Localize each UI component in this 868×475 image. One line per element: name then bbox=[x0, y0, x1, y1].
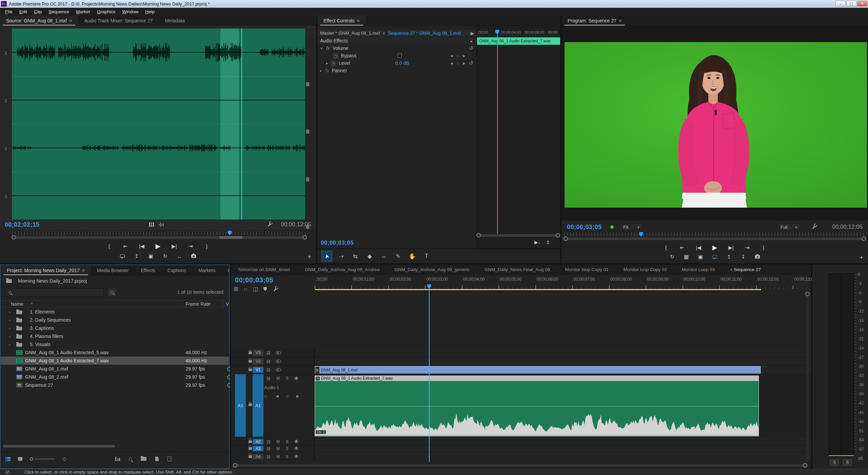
ripple-edit-tool[interactable]: ⇆ bbox=[350, 251, 361, 262]
ec-row-panner[interactable]: ▸ fx Panner bbox=[317, 67, 476, 74]
chevron-down-icon[interactable]: ∨ bbox=[382, 31, 385, 35]
reset-effect-icon[interactable]: ↺ bbox=[469, 60, 473, 66]
trim-button[interactable]: ↔ bbox=[176, 253, 182, 259]
disclosure-icon[interactable]: › bbox=[9, 326, 10, 331]
extract-button[interactable]: ↧ bbox=[740, 254, 746, 260]
project-item-gnm-aug-08-1-mxf[interactable]: GNM_Aug 08_1.mxf29.97 fps bbox=[1, 365, 229, 373]
ec-row-level[interactable]: ▸ ◷ Level 0.0 dB ◀ ◇ ▶ ↺ bbox=[317, 60, 476, 67]
panel-menu-icon[interactable]: ≡ bbox=[82, 268, 85, 273]
mute-button[interactable]: M bbox=[276, 454, 280, 459]
slip-tool[interactable]: ↔ bbox=[378, 251, 389, 262]
panel-menu-icon[interactable]: ≡ bbox=[619, 18, 622, 23]
automate-to-sequence-icon[interactable]: ◇ bbox=[62, 456, 66, 462]
razor-tool[interactable]: ◆ bbox=[364, 251, 375, 262]
sequence-tab-gnm-daily-inshow-aug-09-generic[interactable]: GNM_Daily_Inshow_Aug 09_generic bbox=[394, 267, 469, 272]
mute-button[interactable]: M bbox=[276, 376, 280, 381]
timeline-vertical-scrollbar[interactable] bbox=[806, 292, 809, 461]
sync-lock-icon[interactable]: ⊟ bbox=[267, 446, 271, 451]
track-select-forward-tool[interactable]: ⇢ bbox=[336, 251, 347, 262]
sequence-tab-tomorrow-on-gnm-timed[interactable]: Tomorrow on GNM_timed bbox=[238, 267, 290, 272]
menu-window[interactable]: Window bbox=[119, 8, 141, 15]
sync-lock-icon[interactable]: ⊟ bbox=[267, 350, 271, 356]
sequence-tab-monitor-loop-copy-02[interactable]: Monitor loop Copy 02 bbox=[624, 267, 667, 272]
hand-tool[interactable]: ✋ bbox=[407, 251, 418, 262]
sync-lock-icon[interactable]: ⊟ bbox=[267, 376, 271, 381]
keyframe-nav-icons[interactable]: ◀ ◇ ▶ bbox=[450, 61, 467, 65]
solo-right-button[interactable]: S bbox=[843, 459, 852, 466]
track-target-a1[interactable]: A1 bbox=[253, 374, 263, 437]
track-target-v2[interactable]: V2 bbox=[253, 358, 263, 364]
solo-button[interactable]: S bbox=[286, 446, 289, 451]
ec-sequence-clip-label[interactable]: Sequence 27 * GNM_Aug 08_1.mxf bbox=[388, 31, 461, 36]
project-item-3-captions[interactable]: ›3. Captions bbox=[1, 324, 229, 332]
step-back-button[interactable]: |◀ bbox=[695, 245, 702, 251]
project-column-header[interactable]: Name ∧ Frame Rate V bbox=[1, 300, 229, 307]
lock-icon[interactable] bbox=[249, 447, 252, 450]
menu-sequence[interactable]: Sequence bbox=[45, 8, 72, 15]
lock-icon[interactable] bbox=[249, 455, 252, 458]
disclosure-open-icon[interactable]: ∨ bbox=[317, 46, 323, 51]
keyframe-controls[interactable]: ◇˯◀◇▶ bbox=[264, 394, 299, 398]
tab-captions[interactable]: Captions bbox=[161, 265, 192, 276]
ec-playhead[interactable] bbox=[497, 30, 498, 233]
track-target-v3[interactable]: V3 bbox=[253, 350, 263, 356]
track-header-v2[interactable]: V2 ⊟ bbox=[231, 357, 315, 366]
sync-lock-icon[interactable]: ⊟ bbox=[267, 359, 271, 364]
timeline-settings-wrench-icon[interactable] bbox=[272, 286, 278, 292]
solo-button[interactable]: S bbox=[286, 439, 289, 444]
disclosure-icon[interactable]: › bbox=[9, 334, 10, 339]
ec-mini-timeline[interactable] bbox=[476, 26, 560, 248]
menu-marker[interactable]: Marker bbox=[73, 8, 93, 15]
play-around-button[interactable]: ↻ bbox=[162, 253, 168, 259]
toggle-animation-icon[interactable]: ◷ bbox=[331, 61, 336, 66]
timeline-current-timecode[interactable]: 00;00;03;05 bbox=[235, 276, 273, 284]
lock-icon[interactable] bbox=[249, 352, 252, 354]
disclosure-icon[interactable]: › bbox=[9, 342, 10, 347]
tab-audio-track-mixer-sequence-27[interactable]: Audio Track Mixer: Sequence 27 bbox=[78, 16, 159, 26]
export-frame-button[interactable] bbox=[754, 255, 761, 259]
project-breadcrumb[interactable]: Morning News Daily_2017.prproj bbox=[1, 276, 229, 286]
ec-scrollbar[interactable] bbox=[477, 234, 559, 237]
lock-icon[interactable] bbox=[249, 403, 252, 406]
source-waveform-area[interactable]: 1111 bbox=[0, 26, 316, 230]
track-lane-a2[interactable] bbox=[315, 438, 811, 445]
track-lane-a3[interactable] bbox=[315, 445, 811, 452]
sync-lock-icon[interactable]: ⊟ bbox=[267, 367, 271, 373]
ec-row-bypass[interactable]: ◷ Bypass ◀ ◇ ▶ bbox=[317, 52, 476, 59]
sequence-tab-gnm-daily-news-final-aug-09[interactable]: GNM_Daily_News Final_Aug 09 bbox=[485, 267, 550, 272]
minimize-button[interactable]: – bbox=[835, 1, 846, 6]
program-zoom-select[interactable]: Fit∨ bbox=[620, 224, 642, 230]
voiceover-record-mic-icon[interactable] bbox=[295, 440, 297, 442]
go-to-in-button[interactable]: ⇤ bbox=[122, 243, 129, 249]
solo-button[interactable]: S bbox=[286, 454, 289, 459]
lift-button[interactable]: ↥ bbox=[134, 253, 140, 259]
tab-effects[interactable]: Effects bbox=[135, 265, 161, 276]
tab-history[interactable]: History bbox=[222, 265, 229, 276]
track-header-v1[interactable]: V1 ⊟ bbox=[231, 366, 315, 374]
drag-video-icon[interactable] bbox=[149, 223, 154, 227]
mark-out-button[interactable]: } bbox=[204, 243, 210, 249]
mark-out-button[interactable]: } bbox=[761, 245, 767, 250]
panel-menu-icon[interactable]: ≡ bbox=[357, 18, 360, 23]
video-clip-v1[interactable]: fxGNM_Aug 08_1.mxf bbox=[315, 366, 761, 374]
tab-media-browser[interactable]: Media Browser bbox=[91, 265, 135, 276]
disclosure-icon[interactable]: › bbox=[9, 309, 10, 315]
tab-markers[interactable]: Markers bbox=[192, 265, 222, 276]
sequence-tab-monitor-loop-03[interactable]: Monitor Loop 03 bbox=[682, 267, 715, 272]
program-settings-wrench-icon[interactable] bbox=[811, 224, 816, 229]
project-item-gnm-aug-08-1-audio-extracted-5-wav[interactable]: GNM_Aug 08_1 Audio Extracted_5.wav48,000… bbox=[1, 348, 229, 357]
source-playhead[interactable] bbox=[241, 28, 242, 220]
new-item-button[interactable] bbox=[155, 457, 159, 461]
solo-button[interactable]: S bbox=[286, 376, 289, 381]
comparison-view-button[interactable] bbox=[712, 255, 718, 259]
settings-button[interactable]: ▣ bbox=[697, 254, 704, 260]
new-bin-button[interactable] bbox=[141, 457, 146, 461]
tab-metadata[interactable]: Metadata bbox=[159, 16, 191, 26]
close-button[interactable]: ✕ bbox=[857, 1, 867, 6]
project-item-gnm-aug-08-1-audio-extracted-7-wav[interactable]: GNM_Aug 08_1 Audio Extracted_7.wav48,000… bbox=[1, 357, 229, 365]
track-target-a4[interactable]: A4 bbox=[253, 454, 263, 459]
lift-button[interactable]: ↥ bbox=[726, 254, 732, 260]
track-header-a3[interactable]: A3 ⊟ M S bbox=[231, 445, 315, 452]
project-readout-icon[interactable] bbox=[115, 457, 120, 461]
track-name-audio1[interactable]: Audio 1 bbox=[264, 385, 279, 390]
